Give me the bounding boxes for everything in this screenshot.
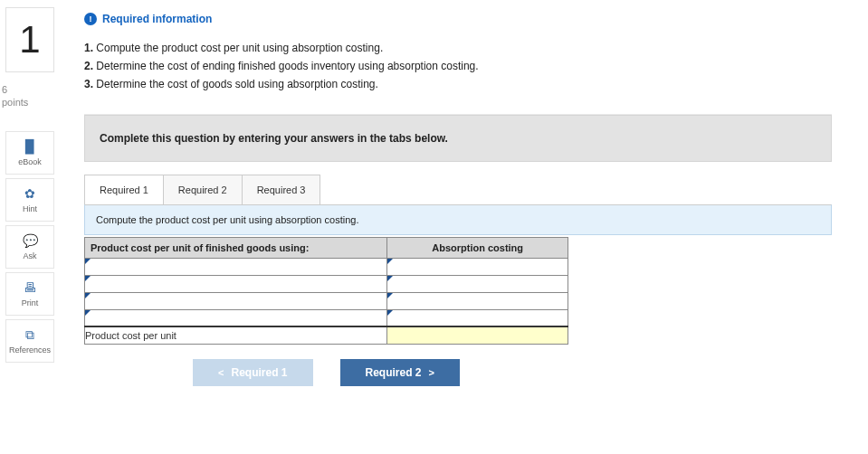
row-2-value-input[interactable] [387, 276, 568, 292]
row-1-label-input[interactable] [85, 259, 386, 275]
row-4-value-input[interactable] [387, 310, 568, 326]
tab-required-2[interactable]: Required 2 [163, 175, 243, 204]
lifebuoy-icon: ✿ [6, 186, 53, 201]
chat-icon: 💬 [6, 233, 53, 248]
tab-required-3[interactable]: Required 3 [242, 175, 321, 204]
complete-banner: Complete this question by entering your … [84, 115, 832, 162]
prev-tab-button: < Required 1 [193, 359, 312, 386]
total-label: Product cost per unit [85, 326, 387, 344]
row-3-value-input[interactable] [387, 293, 568, 309]
chevron-right-icon: > [429, 367, 434, 378]
row-3-label-input[interactable] [85, 293, 386, 309]
ask-button[interactable]: 💬 Ask [5, 225, 54, 269]
total-value-cell[interactable] [387, 326, 568, 344]
copy-icon: ⧉ [6, 327, 53, 342]
row-4-label-input[interactable] [85, 310, 386, 326]
required-information-header: ! Required information [84, 13, 832, 25]
table-row [85, 292, 568, 309]
table-header-left: Product cost per unit of finished goods … [85, 237, 387, 258]
table-row [85, 258, 568, 275]
answer-table: Product cost per unit of finished goods … [84, 237, 568, 345]
book-icon: ▉ [6, 139, 53, 154]
next-tab-button[interactable]: Required 2 > [340, 359, 460, 386]
print-button[interactable]: 🖶 Print [5, 272, 54, 316]
hint-button[interactable]: ✿ Hint [5, 178, 54, 222]
chevron-left-icon: < [218, 367, 224, 378]
tab-required-1[interactable]: Required 1 [84, 175, 164, 204]
table-header-right: Absorption costing [387, 237, 568, 258]
info-icon: ! [84, 13, 97, 25]
printer-icon: 🖶 [6, 280, 53, 295]
row-1-value-input[interactable] [387, 259, 568, 275]
ebook-button[interactable]: ▉ eBook [5, 131, 54, 175]
total-value-input[interactable] [387, 327, 568, 344]
question-number-box: 1 [5, 7, 54, 72]
references-button[interactable]: ⧉ References [5, 319, 54, 363]
points: 6 points [2, 83, 68, 109]
table-total-row: Product cost per unit [85, 326, 568, 344]
instructions-list: 1. Compute the product cost per unit usi… [84, 40, 832, 94]
table-row [85, 275, 568, 292]
tabs-bar: Required 1 Required 2 Required 3 [84, 175, 832, 205]
question-number: 1 [19, 18, 40, 61]
row-2-label-input[interactable] [85, 276, 386, 292]
table-row [85, 309, 568, 326]
tab-prompt: Compute the product cost per unit using … [84, 204, 832, 235]
